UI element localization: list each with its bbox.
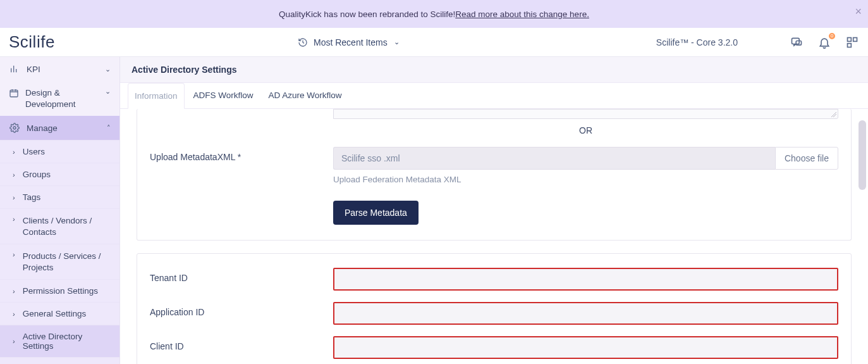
banner-link[interactable]: Read more about this change here. <box>455 9 589 19</box>
client-id-input[interactable] <box>333 336 838 359</box>
sidebar-item-label: General Settings <box>23 309 87 318</box>
chart-icon <box>9 63 20 75</box>
tenant-id-label: Tenant ID <box>150 268 333 283</box>
recent-items-label: Most Recent Items <box>314 37 388 47</box>
scrollbar[interactable] <box>859 120 866 190</box>
feedback-icon[interactable] <box>790 35 804 49</box>
notification-badge: 0 <box>828 32 836 41</box>
sidebar-item-label: Manage <box>27 123 58 133</box>
metadata-section: OR Upload MetadataXML * Scilife sso .xml… <box>137 109 852 241</box>
chevron-right-icon: › <box>13 287 15 295</box>
tenant-id-input[interactable] <box>333 268 838 291</box>
chevron-right-icon: › <box>13 251 15 258</box>
svg-rect-4 <box>848 43 852 47</box>
svg-rect-3 <box>853 37 857 41</box>
chevron-down-icon: ⌄ <box>105 65 111 73</box>
calendar-icon <box>9 87 19 99</box>
notifications-icon[interactable]: 0 <box>817 35 831 49</box>
sidebar-item-label: Active Directory Settings <box>23 332 111 351</box>
chevron-up-icon: ˄ <box>107 124 111 132</box>
sidebar-item-manage[interactable]: Manage ˄ <box>0 116 119 140</box>
svg-point-6 <box>13 127 16 129</box>
svg-rect-5 <box>10 90 18 97</box>
sidebar-item-ad-settings[interactable]: ›Active Directory Settings <box>0 325 119 357</box>
sidebar: KPI ⌄ Design & Development ⌄ Manage ˄ ›U… <box>0 57 120 364</box>
gear-icon <box>9 122 20 134</box>
rebrand-banner: QualityKick has now been rebranded to Sc… <box>0 0 868 28</box>
sidebar-item-label: Tags <box>23 192 41 202</box>
application-id-label: Application ID <box>150 302 333 317</box>
sidebar-item-clients[interactable]: ›Clients / Vendors / Contacts <box>0 208 119 244</box>
history-icon <box>297 37 309 48</box>
upload-metadata-input[interactable]: Scilife sso .xml <box>333 147 775 170</box>
sidebar-item-tags[interactable]: ›Tags <box>0 185 119 208</box>
parse-metadata-button[interactable]: Parse Metadata <box>333 201 419 225</box>
chevron-right-icon: › <box>13 148 15 156</box>
sidebar-item-products[interactable]: ›Products / Services / Projects <box>0 244 119 279</box>
svg-rect-2 <box>848 37 852 41</box>
ids-section: Tenant ID Application ID Client ID <box>137 253 852 364</box>
sidebar-item-syslog[interactable]: ›View system log <box>0 357 119 364</box>
app-header: Scilife Most Recent Items ⌄ Scilife™ - C… <box>0 28 868 57</box>
sidebar-item-users[interactable]: ›Users <box>0 140 119 163</box>
chevron-right-icon: › <box>13 194 15 201</box>
client-id-label: Client ID <box>150 336 333 351</box>
sidebar-item-label: KPI <box>27 65 40 74</box>
sidebar-item-groups[interactable]: ›Groups <box>0 163 119 185</box>
chevron-down-icon: ⌄ <box>394 38 400 46</box>
version-label: Scilife™ - Core 3.2.0 <box>656 37 738 47</box>
or-divider: OR <box>333 125 838 135</box>
chevron-right-icon: › <box>13 171 15 179</box>
choose-file-button[interactable]: Choose file <box>775 147 838 170</box>
tabs: Information ADFS Workflow AD Azure Workf… <box>120 83 868 109</box>
upload-metadata-field: Scilife sso .xml Choose file <box>333 147 838 170</box>
tab-azure-workflow[interactable]: AD Azure Workflow <box>262 83 348 108</box>
sidebar-item-label: Clients / Vendors / Contacts <box>23 215 111 237</box>
chevron-down-icon: ⌄ <box>105 87 111 96</box>
chevron-right-icon: › <box>13 310 15 318</box>
application-id-input[interactable] <box>333 302 838 325</box>
sidebar-item-label: Products / Services / Projects <box>23 251 111 273</box>
sidebar-item-label: Users <box>23 147 45 156</box>
tab-adfs-workflow[interactable]: ADFS Workflow <box>187 83 260 108</box>
sidebar-item-label: Groups <box>23 170 51 179</box>
close-icon[interactable]: × <box>855 5 862 18</box>
upload-metadata-label: Upload MetadataXML * <box>150 147 333 162</box>
chevron-right-icon: › <box>13 337 15 345</box>
upload-hint: Upload Federation Metadata XML <box>333 175 838 184</box>
chevron-right-icon: › <box>13 215 15 223</box>
recent-items-dropdown[interactable]: Most Recent Items ⌄ <box>297 37 400 48</box>
sidebar-item-label: Design & Development <box>25 87 99 110</box>
main-content: Active Directory Settings Information AD… <box>120 57 868 364</box>
sidebar-item-general[interactable]: ›General Settings <box>0 302 119 325</box>
sidebar-item-label: Permission Settings <box>23 286 98 296</box>
metadata-textarea[interactable] <box>333 109 838 119</box>
tab-information[interactable]: Information <box>128 83 185 109</box>
logo[interactable]: Scilife <box>9 32 120 52</box>
sidebar-item-permission[interactable]: ›Permission Settings <box>0 279 119 302</box>
banner-text: QualityKick has now been rebranded to Sc… <box>279 9 455 19</box>
page-title: Active Directory Settings <box>120 57 868 83</box>
sidebar-item-design[interactable]: Design & Development ⌄ <box>0 81 119 116</box>
apps-icon[interactable] <box>845 35 859 49</box>
sidebar-item-kpi[interactable]: KPI ⌄ <box>0 57 119 81</box>
